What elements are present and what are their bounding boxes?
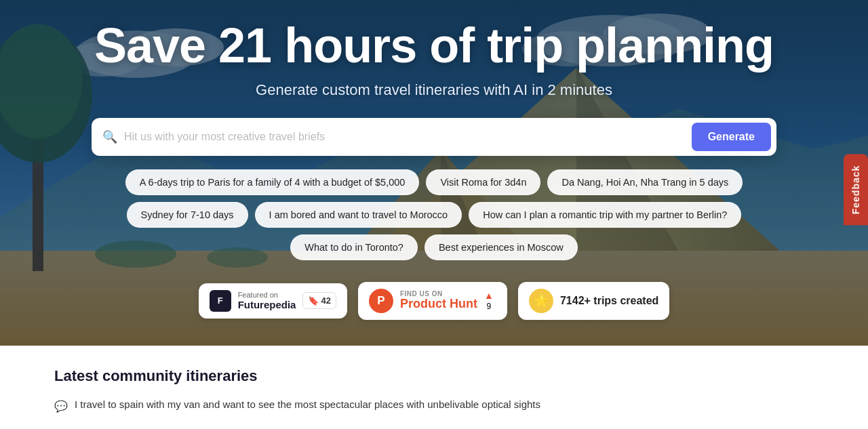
hero-subtitle: Generate custom travel itineraries with … [256, 81, 612, 99]
producthunt-vote-count: 9 [487, 302, 492, 311]
futurepedia-label-small: Featured on [238, 291, 296, 299]
futurepedia-badge[interactable]: F Featured on Futurepedia 🔖 42 [199, 283, 347, 319]
producthunt-badge[interactable]: P FIND US ON Product Hunt ▲ 9 [358, 282, 507, 320]
hero-section: Save 21 hours of trip planning Generate … [0, 0, 868, 346]
chip-5[interactable]: How can I plan a romantic trip with my p… [469, 202, 741, 228]
futurepedia-icon: F [210, 290, 231, 312]
futurepedia-text: Featured on Futurepedia [238, 291, 296, 310]
itinerary-text-0: I travel to spain with my van and want t… [75, 399, 540, 410]
community-section-title: Latest community itineraries [54, 367, 814, 385]
futurepedia-count: 🔖 42 [302, 292, 336, 309]
chip-3[interactable]: Sydney for 7-10 days [127, 202, 248, 228]
producthunt-votes: ▲ 9 [484, 290, 494, 311]
search-bar: 🔍 Generate [92, 118, 776, 156]
bookmark-icon: 🔖 [308, 295, 319, 306]
producthunt-arrow: ▲ [484, 290, 494, 301]
trips-count: 7142+ trips created [560, 295, 658, 307]
producthunt-text: FIND US ON Product Hunt [400, 290, 477, 311]
chip-0[interactable]: A 6-days trip to Paris for a family of 4… [125, 169, 420, 195]
chip-7[interactable]: Best experiences in Moscow [425, 234, 578, 260]
futurepedia-count-value: 42 [321, 295, 330, 306]
producthunt-icon: P [369, 289, 393, 313]
chip-6[interactable]: What to do in Toronto? [290, 234, 418, 260]
chip-1[interactable]: Visit Roma for 3d4n [426, 169, 540, 195]
trips-badge[interactable]: ⭐ 7142+ trips created [518, 282, 669, 320]
generate-button[interactable]: Generate [692, 123, 771, 151]
suggestion-chips: A 6-days trip to Paris for a family of 4… [88, 169, 780, 260]
search-icon: 🔍 [102, 129, 117, 144]
search-input[interactable] [124, 131, 692, 143]
hero-title: Save 21 hours of trip planning [94, 20, 774, 72]
futurepedia-label-main: Futurepedia [238, 299, 296, 310]
itinerary-item-0[interactable]: 💬 I travel to spain with my van and want… [54, 399, 814, 413]
producthunt-label-main: Product Hunt [400, 298, 477, 311]
chat-icon: 💬 [54, 400, 68, 413]
bottom-section: Latest community itineraries 💬 I travel … [0, 346, 868, 429]
feedback-tab[interactable]: Feedback [844, 155, 868, 226]
star-icon: ⭐ [529, 289, 553, 313]
chip-2[interactable]: Da Nang, Hoi An, Nha Trang in 5 days [547, 169, 743, 195]
badges-row: F Featured on Futurepedia 🔖 42 P FIND US… [199, 282, 670, 320]
chip-4[interactable]: I am bored and want to travel to Morocco [255, 202, 462, 228]
